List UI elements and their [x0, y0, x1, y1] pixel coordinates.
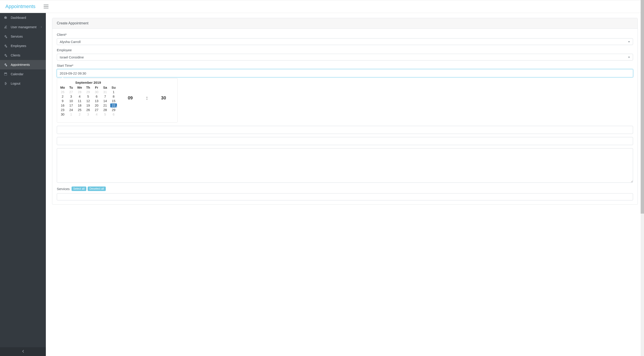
calendar-day[interactable]: 28: [101, 108, 109, 112]
form-input-1[interactable]: [57, 126, 633, 134]
calendar-dow: Th: [84, 85, 92, 90]
calendar-day[interactable]: 29: [84, 90, 92, 94]
calendar-dow: Sa: [101, 85, 109, 90]
calendar-day[interactable]: 14: [101, 99, 109, 103]
content-area: Create Appointment Client* Alysha Carrol…: [46, 13, 644, 356]
calendar-day[interactable]: 18: [75, 103, 84, 108]
calendar-icon: [4, 72, 8, 76]
calendar-day[interactable]: 26: [84, 108, 92, 112]
sidebar-item-label: Clients: [11, 54, 20, 57]
form-textarea[interactable]: [57, 148, 633, 183]
dropdown-arrow-icon: ▼: [628, 56, 630, 58]
sidebar-item-appointments[interactable]: Appointments: [0, 60, 46, 69]
calendar-dow: Fr: [92, 85, 101, 90]
cogs-icon: [4, 63, 8, 67]
calendar-day[interactable]: 25: [75, 108, 84, 112]
calendar-day[interactable]: 9: [58, 99, 67, 103]
sidebar-item-dashboard[interactable]: Dashboard: [0, 13, 46, 22]
sidebar-item-label: Employees: [11, 44, 26, 48]
calendar-month-title[interactable]: September 2019: [58, 81, 118, 84]
chevron-left-icon: [40, 26, 42, 29]
form-input-2[interactable]: [57, 137, 633, 145]
dashboard-icon: [4, 16, 8, 20]
calendar-day[interactable]: 16: [58, 103, 67, 108]
calendar-day[interactable]: 30: [58, 112, 67, 117]
employee-select[interactable]: Israel Considine ▼: [57, 54, 633, 60]
calendar-day[interactable]: 27: [92, 108, 101, 112]
sidebar-item-label: User management: [11, 25, 36, 29]
start-time-label: Start Time*: [57, 64, 633, 67]
calendar-day[interactable]: 11: [75, 99, 84, 103]
calendar-day[interactable]: 5: [84, 94, 92, 99]
calendar-day[interactable]: 10: [67, 99, 75, 103]
cogs-icon: [4, 44, 8, 48]
calendar-day[interactable]: 20: [92, 103, 101, 108]
calendar-day[interactable]: 4: [92, 112, 101, 117]
sidebar-item-services[interactable]: Services: [0, 32, 46, 41]
sidebar-collapse[interactable]: [0, 347, 46, 356]
client-label: Client*: [57, 33, 633, 37]
calendar-day[interactable]: 6: [92, 94, 101, 99]
sidebar-item-user-management[interactable]: User management: [0, 22, 46, 32]
start-time-input[interactable]: [57, 69, 633, 77]
vertical-scrollbar[interactable]: [641, 0, 644, 356]
sidebar-item-label: Dashboard: [11, 16, 26, 20]
deselect-all-button[interactable]: Deselect all: [88, 187, 106, 191]
calendar-day[interactable]: 2: [75, 112, 84, 117]
calendar-day[interactable]: 22: [109, 103, 118, 108]
cogs-icon: [4, 54, 8, 57]
card-header: Create Appointment: [52, 18, 638, 29]
calendar-dow: Su: [109, 85, 118, 90]
sidebar-item-label: Logout: [11, 82, 20, 85]
calendar-day[interactable]: 26: [58, 90, 67, 94]
hour-value[interactable]: 09: [128, 95, 132, 101]
calendar-day[interactable]: 24: [67, 108, 75, 112]
calendar-day[interactable]: 5: [101, 112, 109, 117]
calendar-day[interactable]: 28: [75, 90, 84, 94]
calendar-day[interactable]: 8: [109, 94, 118, 99]
client-value: Alysha Carroll: [60, 40, 80, 44]
calendar-dow: Tu: [67, 85, 75, 90]
calendar-day[interactable]: 2: [58, 94, 67, 99]
minute-value[interactable]: 30: [161, 95, 166, 101]
calendar-day[interactable]: 7: [101, 94, 109, 99]
calendar-day[interactable]: 3: [84, 112, 92, 117]
sidebar-item-label: Services: [11, 35, 23, 38]
services-multiselect[interactable]: [57, 193, 633, 200]
top-navbar: Appointments: [0, 0, 644, 13]
dropdown-arrow-icon: ▼: [628, 41, 630, 43]
calendar-day[interactable]: 1: [67, 112, 75, 117]
sidebar-item-calendar[interactable]: Calendar: [0, 69, 46, 79]
hamburger-toggle[interactable]: [43, 4, 50, 9]
calendar-day[interactable]: 1: [109, 90, 118, 94]
sidebar: DashboardUser managementServicesEmployee…: [0, 13, 46, 356]
select-all-button[interactable]: Select all: [72, 187, 86, 191]
calendar-day[interactable]: 6: [109, 112, 118, 117]
calendar-day[interactable]: 15: [109, 99, 118, 103]
calendar-day[interactable]: 31: [101, 90, 109, 94]
calendar-day[interactable]: 4: [75, 94, 84, 99]
calendar-day[interactable]: 3: [67, 94, 75, 99]
calendar-day[interactable]: 21: [101, 103, 109, 108]
client-select[interactable]: Alysha Carroll ▼: [57, 38, 633, 45]
calendar-day[interactable]: 30: [92, 90, 101, 94]
calendar-day[interactable]: 13: [92, 99, 101, 103]
calendar-day[interactable]: 12: [84, 99, 92, 103]
brand-link[interactable]: Appointments: [5, 4, 36, 10]
calendar-day[interactable]: 27: [67, 90, 75, 94]
calendar-day[interactable]: 17: [67, 103, 75, 108]
sidebar-item-clients[interactable]: Clients: [0, 51, 46, 60]
calendar-dow: Mo: [58, 85, 67, 90]
sidebar-item-logout[interactable]: Logout: [0, 79, 46, 88]
users-icon: [4, 25, 8, 29]
calendar-day[interactable]: 23: [58, 108, 67, 112]
calendar-day[interactable]: 19: [84, 103, 92, 108]
time-picker[interactable]: 09 : 30: [118, 79, 176, 117]
chevron-left-icon: [21, 349, 25, 353]
sidebar-item-label: Appointments: [11, 63, 30, 67]
scrollbar-thumb[interactable]: [641, 0, 644, 214]
logout-icon: [4, 82, 8, 85]
sidebar-item-employees[interactable]: Employees: [0, 41, 46, 51]
calendar-day[interactable]: 29: [109, 108, 118, 112]
card: Create Appointment Client* Alysha Carrol…: [52, 18, 638, 205]
